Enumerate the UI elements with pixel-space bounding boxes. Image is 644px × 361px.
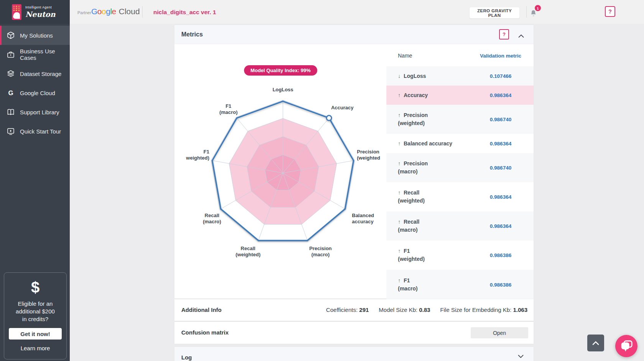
arrow-up-icon: ↑ [398, 277, 401, 284]
neuton-logo-icon [12, 4, 21, 20]
arrow-up-icon: ↑ [398, 160, 401, 166]
radar-axis-label-recall-weighted-: Recall (weighted) [236, 246, 261, 258]
metric-name: Recall [404, 219, 419, 225]
sidebar-item-label: Dataset Storage [20, 71, 61, 77]
metric-name: Recall [404, 190, 419, 196]
metrics-table: Name Validation metric ↓LogLoss0.107466↑… [386, 45, 534, 298]
help-button[interactable]: ? [605, 6, 615, 17]
metric-row-precision-weighted-[interactable]: ↑Precision(weighted)0.986740 [386, 105, 534, 134]
radar-axis-label-precision-weighted: Precision (weighted [357, 149, 380, 161]
log-title: Log [181, 354, 192, 361]
metric-name: F1 [404, 248, 410, 254]
logo-brand: Neuton [25, 11, 56, 18]
arrow-up-icon: ↑ [398, 140, 401, 147]
briefcase-icon [7, 50, 15, 59]
sidebar-menu: My SolutionsBusiness Use CasesDataset St… [0, 26, 70, 141]
app-root: Intelligent Agent Neuton My SolutionsBus… [0, 0, 644, 361]
metric-value: 0.107466 [468, 73, 534, 79]
notification-badge[interactable]: 1 [534, 4, 542, 12]
metric-value: 0.986364 [468, 223, 534, 229]
confusion-matrix-card: Confusion matrix Open [174, 322, 534, 344]
radar-accuracy-marker [327, 115, 332, 120]
metric-value: 0.986364 [468, 194, 534, 200]
logo-tagline: Intelligent Agent [25, 6, 56, 9]
topbar-divider [142, 6, 143, 18]
metrics-table-header: Name Validation metric [386, 45, 534, 66]
metric-row-logloss[interactable]: ↓LogLoss0.107466 [386, 66, 534, 86]
play-tour-icon [7, 127, 15, 135]
metric-name: Precision [404, 160, 428, 166]
sidebar-item-label: Business Use Cases [20, 48, 70, 61]
metric-row-f1-macro-[interactable]: ↑F1(macro)0.986386 [386, 270, 534, 300]
metric-row-balanced-accuracy[interactable]: ↑Balanced accuracy0.986364 [386, 134, 534, 153]
metrics-body: LogLossAccuracyPrecision (weightedBalanc… [174, 45, 534, 298]
radar-axis-label-recall-macro-: Recall (macro) [203, 213, 221, 225]
solution-title: nicla_digits_acc ver. 1 [153, 9, 216, 16]
arrow-up-icon: ↑ [398, 112, 401, 118]
sidebar-item-support-library[interactable]: Support Library [0, 102, 70, 122]
radar-axis-label-precision-macro-: Precision (macro) [309, 246, 332, 258]
radar-axis-label-accuracy: Accuracy [331, 105, 354, 111]
metric-value: 0.986740 [468, 165, 534, 171]
partner-label: Partner [77, 10, 91, 15]
metric-value: 0.986740 [468, 117, 534, 122]
additional-info-stats: Coefficients: 291 Model Size Kb: 0.83 Fi… [326, 307, 527, 313]
chat-button[interactable] [615, 335, 637, 357]
chevron-up-icon [591, 340, 600, 346]
scroll-to-top-button[interactable] [587, 335, 604, 351]
sidebar-item-google-cloud[interactable]: GGoogle Cloud [0, 83, 70, 102]
log-chevron-down-icon[interactable] [518, 353, 524, 360]
metric-value: 0.986386 [468, 252, 534, 258]
neuton-logo[interactable]: Intelligent Agent Neuton [0, 0, 70, 24]
sidebar-item-label: Quick Start Tour [20, 128, 61, 135]
arrow-up-icon: ↑ [398, 92, 401, 98]
arrow-up-icon: ↑ [398, 248, 401, 254]
open-confusion-matrix-button[interactable]: Open [471, 327, 528, 338]
radar-chart-svg [174, 45, 386, 298]
additional-info-card: Additional Info Coefficients: 291 Model … [174, 299, 534, 321]
metric-name: Precision [404, 112, 428, 118]
metrics-header: Metrics ? [174, 25, 534, 44]
radar-chart: LogLossAccuracyPrecision (weightedBalanc… [174, 45, 386, 298]
metric-value: 0.986364 [468, 92, 534, 98]
sidebar-item-quick-start-tour[interactable]: Quick Start Tour [0, 122, 70, 141]
validation-metric-column-header[interactable]: Validation metric [468, 53, 534, 59]
sidebar-item-dataset-storage[interactable]: Dataset Storage [0, 64, 70, 83]
sidebar-item-label: Support Library [20, 109, 59, 115]
log-card: Log [174, 347, 534, 361]
metric-value: 0.986364 [468, 141, 534, 147]
metric-row-recall-weighted-[interactable]: ↑Recall(weighted)0.986364 [386, 182, 534, 211]
metric-name: Accuracy [404, 92, 428, 98]
google-cloud-logo: GoogleCloud [91, 7, 140, 16]
get-it-now-button[interactable]: Get it now! [9, 328, 62, 340]
metric-value: 0.986386 [468, 282, 534, 288]
collapse-chevron-up-icon[interactable] [518, 33, 524, 40]
book-icon [7, 108, 15, 116]
metric-row-precision-macro-[interactable]: ↑Precision(macro)0.986740 [386, 153, 534, 182]
topbar-divider-2 [526, 6, 527, 18]
learn-more-link[interactable]: Learn more [4, 345, 66, 351]
file-size-stat: File Size for Embedding Kb: 1.063 [440, 307, 527, 313]
chat-bubble-icon [619, 339, 634, 353]
sidebar: Intelligent Agent Neuton My SolutionsBus… [0, 0, 70, 361]
topbar: Partner GoogleCloud nicla_digits_acc ver… [70, 0, 644, 24]
metric-row-accuracy[interactable]: ↑Accuracy0.986364 [386, 86, 534, 105]
zero-gravity-plan-button[interactable]: ZERO GRAVITY PLAN [470, 7, 519, 18]
metric-row-recall-macro-[interactable]: ↑Recall(macro)0.986364 [386, 211, 534, 241]
promo-text: Eligible for an additional $200 in credi… [4, 300, 66, 323]
sidebar-item-my-solutions[interactable]: My Solutions [0, 26, 70, 45]
metric-row-f1-weighted-[interactable]: ↑F1(weighted)0.986386 [386, 241, 534, 270]
dollar-icon: $ [4, 280, 66, 295]
name-column-header: Name [398, 53, 412, 59]
main-area: Metrics ? LogLossAccuracyPrecision (weig… [70, 24, 644, 361]
arrow-down-icon: ↓ [398, 73, 401, 79]
metric-name: Balanced accuracy [404, 140, 452, 147]
sidebar-item-label: Google Cloud [20, 90, 55, 96]
sidebar-item-business-use-cases[interactable]: Business Use Cases [0, 45, 70, 64]
metrics-help-button[interactable]: ? [499, 29, 509, 40]
metrics-card: Metrics ? LogLossAccuracyPrecision (weig… [174, 25, 534, 298]
model-size-stat: Model Size Kb: 0.83 [379, 307, 430, 313]
metrics-title: Metrics [181, 31, 203, 38]
metric-name: F1 [404, 277, 410, 284]
layers-icon [7, 69, 15, 78]
